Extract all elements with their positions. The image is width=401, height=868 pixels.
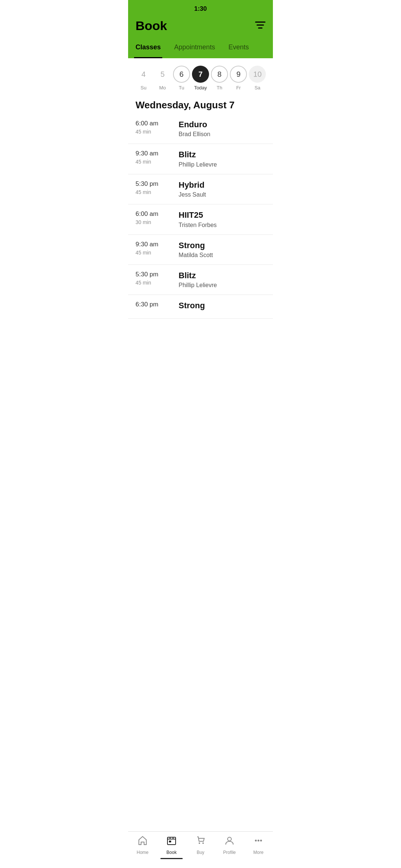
list-item[interactable]: 5:30 pm 45 min Hybrid Jess Sault [128,174,273,204]
list-item[interactable]: 9:30 am 45 min Blitz Phillip Lelievre [128,144,273,174]
status-time: 1:30 [194,5,207,12]
day-label-4: Su [141,85,147,91]
class-info-6: Strong [173,301,265,312]
tab-appointments[interactable]: Appointments [173,40,216,58]
calendar-day-6[interactable]: 6 Tu [173,66,190,91]
main-content: 4 Su 5 Mo 6 Tu 7 Today 8 Th 9 Fr 10 Sa W… [128,58,273,352]
duration-value-4: 45 min [136,250,151,256]
calendar-day-10[interactable]: 10 Sa [249,66,266,91]
class-info-1: Blitz Phillip Lelievre [173,150,265,168]
time-value-2: 5:30 pm [136,180,158,188]
svg-rect-1 [257,24,264,26]
calendar-day-5[interactable]: 5 Mo [154,66,171,91]
svg-rect-2 [258,27,263,29]
class-info-3: HIIT25 Tristen Forbes [173,210,265,228]
status-bar: 1:30 [128,0,273,16]
time-value-6: 6:30 pm [136,301,158,308]
duration-value-3: 30 min [136,219,151,225]
class-time-0: 6:00 am 45 min [136,120,173,135]
day-number-10: 10 [249,66,266,83]
class-instructor-5: Phillip Lelievre [179,282,265,289]
calendar-day-8[interactable]: 8 Th [211,66,228,91]
time-value-5: 5:30 pm [136,271,158,278]
day-number-5: 5 [154,66,171,83]
day-label-6: Tu [179,85,184,91]
list-item[interactable]: 6:30 pm Strong [128,295,273,318]
day-label-9: Fr [236,85,241,91]
class-name-2: Hybrid [179,180,265,190]
day-label-8: Th [217,85,222,91]
class-name-4: Strong [179,241,265,250]
list-item[interactable]: 6:00 am 30 min HIIT25 Tristen Forbes [128,204,273,234]
class-name-1: Blitz [179,150,265,160]
class-info-5: Blitz Phillip Lelievre [173,271,265,289]
calendar-strip: 4 Su 5 Mo 6 Tu 7 Today 8 Th 9 Fr 10 Sa [128,58,273,93]
class-name-0: Enduro [179,120,265,129]
day-label-7: Today [194,85,207,91]
class-time-5: 5:30 pm 45 min [136,271,173,286]
duration-value-0: 45 min [136,129,151,135]
class-instructor-3: Tristen Forbes [179,222,265,228]
class-name-6: Strong [179,301,265,310]
class-time-3: 6:00 am 30 min [136,210,173,225]
class-time-4: 9:30 am 45 min [136,241,173,256]
list-item[interactable]: 5:30 pm 45 min Blitz Phillip Lelievre [128,265,273,295]
tab-bar: Classes Appointments Events [128,40,273,58]
class-time-1: 9:30 am 45 min [136,150,173,165]
time-value-4: 9:30 am [136,241,158,248]
page-title: Book [136,19,167,33]
time-value-3: 6:00 am [136,210,158,218]
filter-icon[interactable] [255,20,265,32]
time-value-0: 6:00 am [136,120,158,127]
tab-classes[interactable]: Classes [134,40,162,58]
header: Book [128,16,273,40]
class-instructor-0: Brad Ellison [179,131,265,138]
class-instructor-1: Phillip Lelievre [179,161,265,168]
class-instructor-4: Matilda Scott [179,252,265,259]
class-info-0: Enduro Brad Ellison [173,120,265,138]
calendar-day-9[interactable]: 9 Fr [230,66,247,91]
class-instructor-2: Jess Sault [179,191,265,198]
day-number-4: 4 [135,66,152,83]
class-info-2: Hybrid Jess Sault [173,180,265,198]
svg-rect-0 [255,22,265,23]
class-name-3: HIIT25 [179,210,265,220]
class-time-6: 6:30 pm [136,301,173,310]
duration-value-5: 45 min [136,280,151,286]
date-heading: Wednesday, August 7 [128,93,273,114]
day-number-9: 9 [230,66,247,83]
class-name-5: Blitz [179,271,265,280]
day-label-10: Sa [254,85,260,91]
duration-value-2: 45 min [136,189,151,195]
time-value-1: 9:30 am [136,150,158,157]
class-time-2: 5:30 pm 45 min [136,180,173,195]
day-label-5: Mo [159,85,166,91]
list-item[interactable]: 6:00 am 45 min Enduro Brad Ellison [128,114,273,144]
day-number-6: 6 [173,66,190,83]
duration-value-1: 45 min [136,159,151,165]
day-number-7: 7 [192,66,209,83]
day-number-8: 8 [211,66,228,83]
list-item[interactable]: 9:30 am 45 min Strong Matilda Scott [128,235,273,265]
tab-events[interactable]: Events [227,40,250,58]
calendar-day-4[interactable]: 4 Su [135,66,152,91]
calendar-day-7[interactable]: 7 Today [192,66,209,91]
class-info-4: Strong Matilda Scott [173,241,265,259]
class-list: 6:00 am 45 min Enduro Brad Ellison 9:30 … [128,114,273,319]
